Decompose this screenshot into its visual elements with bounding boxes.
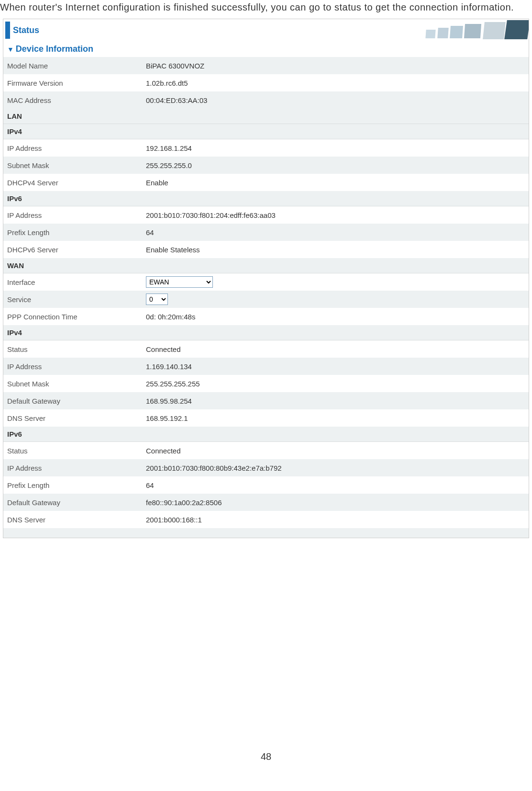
status-title: Status: [13, 25, 39, 35]
table-row: Model Name BiPAC 6300VNOZ: [3, 57, 529, 74]
intro-text: When router's Internet configuration is …: [0, 0, 532, 17]
table-row: IP Address 192.168.1.254: [3, 139, 529, 157]
device-info-section-header[interactable]: ▼ Device Information: [3, 41, 529, 57]
lan-ipv4-dhcp-value: Enable: [146, 179, 168, 187]
lan-ipv4-header: IPv4: [3, 124, 529, 139]
table-row: PPP Connection Time 0d: 0h:20m:48s: [3, 308, 529, 325]
wan-ipv4-gateway-value: 168.95.98.254: [146, 397, 192, 405]
firmware-value: 1.02b.rc6.dt5: [146, 79, 188, 87]
table-row: Interface EWAN: [3, 273, 529, 291]
status-panel: Status ▼ Device Information Model Name B…: [3, 19, 529, 538]
caret-down-icon: ▼: [7, 45, 14, 53]
wan-ipv6-gateway-value: fe80::90:1a00:2a2:8506: [146, 498, 222, 507]
table-row: [3, 528, 529, 538]
wan-ipv4-status-label: Status: [7, 345, 146, 353]
wan-ipv4-ip-value: 1.169.140.134: [146, 362, 192, 371]
mac-label: MAC Address: [7, 96, 146, 104]
wan-header: WAN: [3, 258, 529, 273]
wan-ipv6-dns-value: 2001:b000:168::1: [146, 516, 202, 524]
page-number: 48: [261, 751, 271, 762]
table-row: Service 0: [3, 291, 529, 308]
table-row: DHCPv4 Server Enable: [3, 174, 529, 191]
wan-ipv6-prefix-label: Prefix Length: [7, 481, 146, 489]
table-row: Subnet Mask 255.255.255.255: [3, 375, 529, 392]
table-row: Default Gateway 168.95.98.254: [3, 392, 529, 409]
lan-ipv6-header: IPv6: [3, 191, 529, 206]
wan-ipv4-status-value: Connected: [146, 345, 181, 353]
wan-ipv4-ip-label: IP Address: [7, 362, 146, 371]
table-row: Prefix Length 64: [3, 476, 529, 494]
lan-ipv4-subnet-value: 255.255.255.0: [146, 161, 192, 170]
model-name-value: BiPAC 6300VNOZ: [146, 62, 204, 70]
wan-ipv6-ip-value: 2001:b010:7030:f800:80b9:43e2:e7a:b792: [146, 464, 282, 472]
table-row: IP Address 2001:b010:7030:f801:204:edff:…: [3, 206, 529, 224]
wan-ppp-value: 0d: 0h:20m:48s: [146, 313, 195, 321]
lan-ipv4-ip-value: 192.168.1.254: [146, 144, 192, 152]
status-accent-bar: [5, 22, 10, 39]
table-row: DNS Server 2001:b000:168::1: [3, 511, 529, 528]
lan-ipv6-ip-label: IP Address: [7, 211, 146, 219]
table-row: Prefix Length 64: [3, 224, 529, 241]
lan-ipv6-ip-value: 2001:b010:7030:f801:204:edff:fe63:aa03: [146, 211, 276, 219]
wan-ipv6-header: IPv6: [3, 427, 529, 442]
lan-ipv4-dhcp-label: DHCPv4 Server: [7, 179, 146, 187]
table-row: Subnet Mask 255.255.255.0: [3, 157, 529, 174]
wan-ipv4-subnet-value: 255.255.255.255: [146, 380, 200, 388]
lan-ipv6-prefix-value: 64: [146, 228, 154, 237]
table-row: Default Gateway fe80::90:1a00:2a2:8506: [3, 494, 529, 511]
table-row: IP Address 1.169.140.134: [3, 358, 529, 375]
wan-interface-label: Interface: [7, 278, 146, 286]
table-row: Status Connected: [3, 442, 529, 459]
lan-ipv4-subnet-label: Subnet Mask: [7, 161, 146, 170]
wan-ipv4-subnet-label: Subnet Mask: [7, 380, 146, 388]
firmware-label: Firmware Version: [7, 79, 146, 87]
section-title: Device Information: [16, 44, 93, 54]
lan-header: LAN: [3, 109, 529, 124]
wan-ipv4-gateway-label: Default Gateway: [7, 397, 146, 405]
status-header: Status: [3, 19, 529, 41]
table-row: MAC Address 00:04:ED:63:AA:03: [3, 91, 529, 109]
wan-ipv4-dns-label: DNS Server: [7, 414, 146, 422]
lan-ipv6-dhcp-value: Enable Stateless: [146, 246, 200, 254]
wan-ipv4-dns-value: 168.95.192.1: [146, 414, 188, 422]
wan-service-label: Service: [7, 295, 146, 304]
lan-ipv6-prefix-label: Prefix Length: [7, 228, 146, 237]
wan-ipv6-status-value: Connected: [146, 447, 181, 455]
table-row: DNS Server 168.95.192.1: [3, 409, 529, 427]
wan-ipv6-prefix-value: 64: [146, 481, 154, 489]
wan-ipv6-ip-label: IP Address: [7, 464, 146, 472]
wan-ipv6-dns-label: DNS Server: [7, 516, 146, 524]
wan-service-select[interactable]: 0: [146, 294, 168, 305]
wan-ipv6-status-label: Status: [7, 447, 146, 455]
mac-value: 00:04:ED:63:AA:03: [146, 96, 207, 104]
lan-ipv4-ip-label: IP Address: [7, 144, 146, 152]
wan-interface-select[interactable]: EWAN: [146, 276, 213, 288]
table-row: DHCPv6 Server Enable Stateless: [3, 241, 529, 258]
table-row: IP Address 2001:b010:7030:f800:80b9:43e2…: [3, 459, 529, 476]
lan-ipv6-dhcp-label: DHCPv6 Server: [7, 246, 146, 254]
table-row: Status Connected: [3, 340, 529, 358]
model-name-label: Model Name: [7, 62, 146, 70]
wan-ipv4-header: IPv4: [3, 325, 529, 340]
wan-ipv6-gateway-label: Default Gateway: [7, 498, 146, 507]
wan-ppp-label: PPP Connection Time: [7, 313, 146, 321]
table-row: Firmware Version 1.02b.rc6.dt5: [3, 74, 529, 91]
header-graphic: [376, 19, 529, 41]
